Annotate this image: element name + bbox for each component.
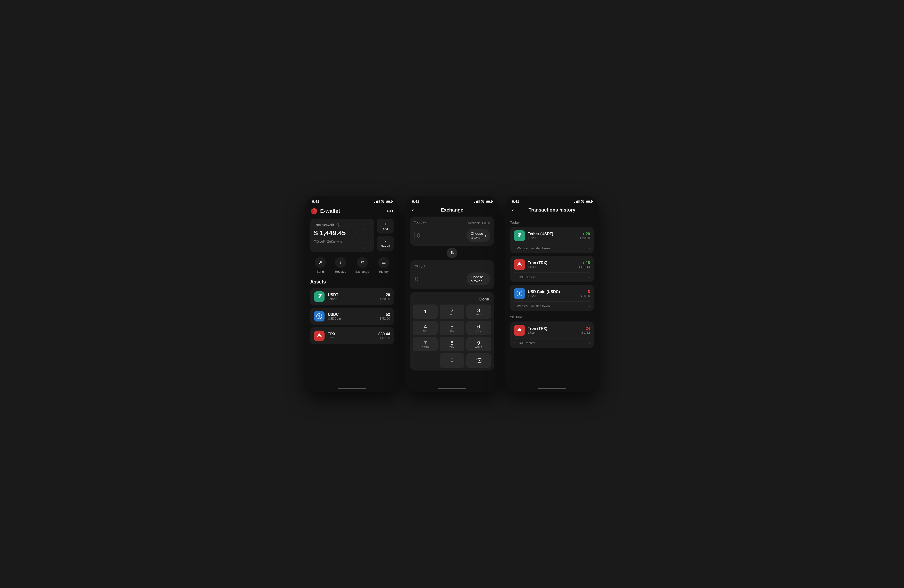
key-0[interactable]: 0 bbox=[439, 353, 464, 367]
asset-item-usdt[interactable]: ₮ USDT Tether 20 $ 20,00 bbox=[310, 288, 394, 305]
arrow-down-icon: ↓ bbox=[514, 246, 515, 250]
arrow-up-icon: ↑ bbox=[514, 304, 515, 308]
trx-info: TRX Tron bbox=[328, 332, 375, 340]
asset-item-usdc[interactable]: $ USDC USDCoin 52 $ 52,00 bbox=[310, 307, 394, 325]
tx-usdc-info: USD Coin (USDC) 10:20 bbox=[528, 290, 577, 298]
key-3[interactable]: 3DEF bbox=[466, 304, 491, 319]
choose-token-get-btn[interactable]: Choose a token › bbox=[467, 273, 490, 285]
arrow-up-icon-2: ↑ bbox=[514, 341, 515, 345]
wallet-network: Tron Network bbox=[314, 223, 334, 227]
home-indicator-2 bbox=[405, 385, 499, 392]
logo-icon bbox=[310, 207, 318, 215]
key-9[interactable]: 9WXYZ bbox=[466, 337, 491, 352]
key-5[interactable]: 5JKL bbox=[439, 321, 464, 335]
tx-usdc-transfer-info: ↑ Wapster Transfer Token bbox=[514, 304, 550, 308]
chevron-right-icon: › bbox=[384, 239, 386, 244]
menu-dots-btn[interactable]: ••• bbox=[387, 208, 394, 214]
tx-usdc-transfer: ↑ Wapster Transfer Token › bbox=[514, 301, 590, 308]
exchange-header: ‹ Exchange bbox=[410, 205, 494, 216]
key-delete[interactable] bbox=[466, 353, 491, 367]
tx-usdt-chevron: › bbox=[589, 246, 590, 250]
choose-token-pay-btn[interactable]: Choose a token › bbox=[467, 229, 490, 242]
transactions-back-btn[interactable]: ‹ bbox=[510, 206, 515, 214]
status-bar-3: 9:41 ⌘ bbox=[505, 196, 599, 205]
history-button[interactable]: ☰ History bbox=[378, 257, 389, 273]
svg-marker-1 bbox=[314, 208, 318, 210]
done-button[interactable]: Done bbox=[479, 297, 489, 302]
tx-card-trx2[interactable]: Tron (TRX) 17:24 - 24 - $ 1,82 ↑ TRX Tra… bbox=[510, 322, 594, 348]
usdc-info: USDC USDCoin bbox=[328, 312, 376, 320]
chevron-right-pay: › bbox=[485, 233, 486, 238]
tx-usdc-icon: $ bbox=[514, 288, 525, 299]
wallet-main-card: Tron Network $ 1,449.45 TCccg5...ZgKg4w … bbox=[310, 219, 374, 252]
wifi-icon-3: ⌘ bbox=[581, 200, 584, 203]
wallet-bg-design bbox=[350, 228, 374, 252]
exchange-icon: ⇄ bbox=[357, 257, 368, 268]
tx-trx1-transfer: ↓ TRX Transfer › bbox=[514, 273, 590, 279]
exchange-title: Exchange bbox=[441, 207, 463, 213]
tx-usdt-transfer: ↓ Wapster Transfer Token › bbox=[514, 244, 590, 250]
tx-trx1-chevron: › bbox=[589, 275, 590, 279]
add-button[interactable]: + Add bbox=[377, 219, 394, 233]
tx-card-usdt[interactable]: ₮ Tether (USDT) 16:20 + 20 + $ 20,00 ↓ W… bbox=[510, 227, 594, 253]
transactions-phone: 9:41 ⌘ ‹ Transactions history Today bbox=[505, 196, 599, 392]
pay-input-row: 0 Choose a token › bbox=[414, 229, 490, 242]
usdc-icon: $ bbox=[314, 311, 324, 322]
exchange-button[interactable]: ⇄ Exchange bbox=[356, 257, 369, 273]
you-get-card: You get 0 Choose a token › bbox=[410, 260, 494, 289]
trx-amounts: 830.44 $ 67,60 bbox=[378, 332, 390, 340]
key-empty bbox=[413, 353, 438, 367]
available-label: Available: $0.00 bbox=[468, 221, 490, 225]
key-4[interactable]: 4GHI bbox=[413, 321, 438, 335]
ewallet-header: E-wallet ••• bbox=[310, 205, 394, 219]
tx-card-trx1[interactable]: Tron (TRX) 11:40 + 15 + $ 1,14 ↓ TRX Tra… bbox=[510, 256, 594, 282]
see-all-button[interactable]: › See all bbox=[377, 236, 394, 251]
tx-main-row-usdc: $ USD Coin (USDC) 10:20 - 8 - $ 8,00 bbox=[514, 288, 590, 299]
you-pay-card: You pay Available: $0.00 0 Choose a toke… bbox=[410, 216, 494, 246]
swap-button[interactable]: ⇅ bbox=[447, 247, 457, 258]
pay-card-header: You pay Available: $0.00 bbox=[414, 221, 490, 225]
numpad-done-row: Done bbox=[413, 295, 491, 304]
tx-trx2-chevron: › bbox=[589, 341, 590, 345]
receive-button[interactable]: ↓ Receive bbox=[335, 257, 346, 273]
battery-icon-1 bbox=[386, 200, 392, 203]
tx-usdt-transfer-info: ↓ Wapster Transfer Token bbox=[514, 246, 550, 250]
tx-main-row-trx1: Tron (TRX) 11:40 + 15 + $ 1,14 bbox=[514, 259, 590, 270]
transactions-title: Transactions history bbox=[528, 207, 575, 213]
tx-main-row-usdt: ₮ Tether (USDT) 16:20 + 20 + $ 20,00 bbox=[514, 230, 590, 241]
tx-card-usdc[interactable]: $ USD Coin (USDC) 10:20 - 8 - $ 8,00 ↑ bbox=[510, 285, 594, 311]
wallet-side-buttons: + Add › See all bbox=[377, 219, 394, 252]
asset-item-trx[interactable]: TRX Tron 830.44 $ 67,60 bbox=[310, 327, 394, 344]
logo-area: E-wallet bbox=[310, 207, 340, 215]
tx-trx2-icon bbox=[514, 325, 525, 336]
get-card-header: You get bbox=[414, 264, 490, 269]
exchange-phone: 9:41 ⌘ ‹ Exchange Yo bbox=[405, 196, 499, 392]
key-2[interactable]: 2ABC bbox=[439, 304, 464, 319]
send-button[interactable]: ↗ Send bbox=[315, 257, 326, 273]
tx-trx1-icon bbox=[514, 259, 525, 270]
action-buttons: ↗ Send ↓ Receive ⇄ Exchange ☰ History bbox=[310, 257, 394, 273]
receive-icon: ↓ bbox=[335, 257, 346, 268]
get-amount: 0 bbox=[414, 275, 418, 283]
tx-usdt-amounts: + 20 + $ 20,00 bbox=[577, 232, 590, 240]
delete-icon bbox=[476, 358, 481, 363]
status-icons-1: ⌘ bbox=[374, 200, 392, 203]
key-6[interactable]: 6MNO bbox=[466, 321, 491, 335]
key-7[interactable]: 7PQRS bbox=[413, 337, 438, 352]
tx-usdc-chevron: › bbox=[589, 304, 590, 308]
numpad-grid: 1 2ABC 3DEF 4GHI 5JKL 6MNO 7PQRS 8TUV 9W… bbox=[413, 304, 491, 367]
arrow-down-icon-2: ↓ bbox=[514, 275, 515, 279]
usdt-info: USDT Tether bbox=[328, 293, 376, 301]
copy-icon[interactable]: ⧉ bbox=[340, 240, 342, 243]
you-get-label: You get bbox=[414, 264, 425, 268]
status-bar-2: 9:41 ⌘ bbox=[405, 196, 499, 205]
chevron-right-get: › bbox=[485, 277, 486, 281]
key-8[interactable]: 8TUV bbox=[439, 337, 464, 352]
usdc-amounts: 52 $ 52,00 bbox=[380, 312, 390, 320]
key-1[interactable]: 1 bbox=[413, 304, 438, 319]
screens-container: 9:41 ⌘ bbox=[305, 196, 599, 392]
exchange-back-btn[interactable]: ‹ bbox=[410, 206, 416, 214]
send-icon: ↗ bbox=[315, 257, 326, 268]
trx-icon bbox=[314, 331, 324, 341]
signal-icon-2 bbox=[474, 200, 479, 203]
